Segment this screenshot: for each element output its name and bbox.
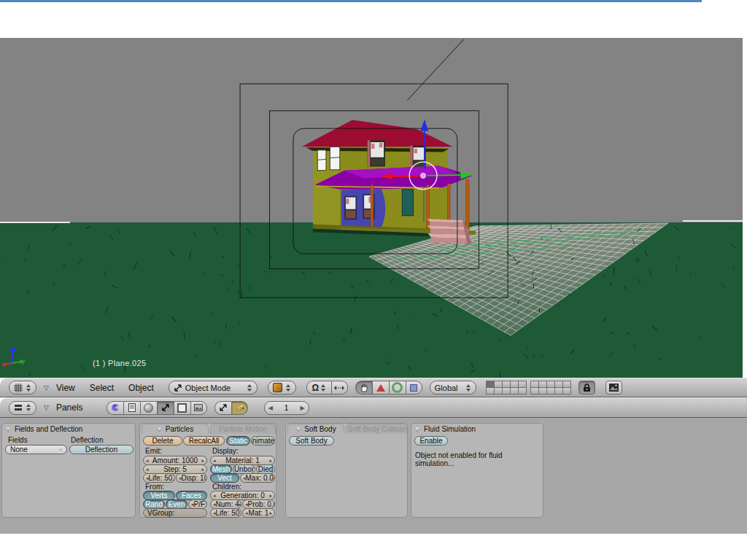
panel-fields-deflection[interactable]: ▼ Fields and Deflection Fields Deflectio…	[1, 423, 136, 518]
mode-select-spinner[interactable]	[247, 384, 252, 392]
pivot-select[interactable]: Ω	[306, 381, 331, 394]
bay-window	[341, 189, 386, 230]
tab-particle-motion[interactable]: Particle Motion	[210, 424, 276, 434]
life2-field[interactable]: Life: 50.0	[210, 508, 241, 518]
grid-3dview-icon	[14, 384, 23, 392]
menu-view[interactable]: View	[56, 383, 75, 393]
collapse-triangle-icon[interactable]: ▼	[414, 426, 420, 432]
rotate-manip-toggle[interactable]	[389, 381, 406, 394]
render-picture-icon	[609, 384, 619, 392]
scale-manip-toggle[interactable]	[406, 381, 422, 394]
manipulator-toggle[interactable]	[331, 381, 348, 394]
deflection-toggle[interactable]: Deflection	[69, 445, 133, 454]
orientation-spinner[interactable]	[465, 384, 471, 392]
viewport-3d[interactable]: y (1 ) Plane.025	[0, 38, 743, 378]
fluid-status-message: Object not enabled for fluid simulation.…	[415, 451, 543, 467]
object-arrows-icon	[161, 403, 170, 412]
orientation-value: Global	[435, 384, 462, 392]
menu-object[interactable]: Object	[128, 383, 154, 393]
buttons-collapse-icon[interactable]: ▽	[44, 404, 49, 411]
rotate-torus-icon	[392, 382, 403, 393]
from-label: From:	[145, 483, 164, 491]
script-icon	[128, 403, 136, 412]
panel-softbody[interactable]: ▼ Soft Body Soft Body Collisio Soft Body	[285, 423, 408, 518]
disp-field[interactable]: Disp: 100	[176, 473, 207, 483]
solid-draw-icon	[273, 383, 282, 392]
lock-icon	[583, 384, 591, 392]
lock-layers-toggle[interactable]	[578, 381, 595, 394]
vgroup-field[interactable]: VGroup:	[143, 508, 207, 518]
delete-button[interactable]: Delete	[143, 436, 182, 446]
panel-fluid-title: Fluid Simulation	[424, 425, 476, 433]
children-label: Children:	[212, 483, 241, 491]
manipulator-handles-icon	[334, 384, 344, 392]
frame-next-arrow[interactable]: ▶	[300, 405, 304, 411]
editor-type-select[interactable]	[9, 381, 36, 394]
display-label: Display:	[212, 447, 239, 455]
hand-icon	[360, 383, 368, 392]
fluid-enable-button[interactable]: Enable	[414, 436, 448, 446]
buttons-editor-spinner[interactable]	[26, 404, 31, 411]
panel-fields-title: Fields and Deflection	[15, 425, 82, 433]
static-toggle[interactable]: Static	[226, 436, 250, 446]
tab-softbody[interactable]: ▼ Soft Body	[287, 424, 344, 434]
translate-manip-toggle[interactable]	[372, 381, 389, 394]
layer-cell[interactable]	[562, 387, 571, 394]
active-object-name: (1 ) Plane.025	[93, 359, 146, 368]
panel-fluid[interactable]: ▼ Fluid Simulation Enable Object not ena…	[411, 423, 543, 518]
deflection-label: Deflection	[71, 436, 103, 444]
collapse-triangle-icon[interactable]: ▼	[5, 426, 11, 432]
scene-picture-icon	[194, 404, 203, 411]
lamp-line	[407, 39, 463, 101]
porch-steps	[427, 219, 471, 244]
scale-square-icon	[410, 384, 417, 392]
mode-select[interactable]: Object Mode	[169, 381, 258, 394]
mat-field[interactable]: Mat: 1	[242, 508, 275, 518]
door	[402, 190, 413, 216]
subcontext-physics-button[interactable]	[214, 401, 231, 415]
panel-particles[interactable]: ▼ Particles Particle Motion Delete Recal…	[139, 423, 276, 518]
vect-toggle[interactable]: Vect	[210, 473, 239, 483]
recalcall-button[interactable]: RecalcAll	[183, 436, 225, 446]
max-field[interactable]: Max: 0.0	[240, 473, 275, 483]
frame-value: 1	[285, 403, 289, 412]
context-scene-button[interactable]	[190, 401, 207, 415]
orientation-select[interactable]: Global	[430, 381, 476, 394]
subcontext-particles-button[interactable]	[231, 401, 248, 415]
particles-spray-icon	[235, 403, 244, 412]
pivot-dot	[420, 173, 425, 178]
frame-prev-arrow[interactable]: ◀	[268, 405, 273, 411]
draw-type-select[interactable]	[268, 381, 296, 394]
context-object-button[interactable]	[157, 401, 174, 415]
context-logic-button[interactable]	[107, 401, 123, 415]
tab-softbody-collision[interactable]: Soft Body Collisio	[346, 424, 407, 434]
tab-particles[interactable]: ▼ Particles	[142, 424, 209, 434]
panel-fields-header[interactable]: ▼ Fields and Deflection	[5, 424, 82, 434]
panel-fluid-header[interactable]: ▼ Fluid Simulation	[414, 424, 476, 434]
menu-select[interactable]: Select	[90, 383, 114, 393]
pivot-spinner[interactable]	[320, 384, 326, 392]
header-collapse-icon[interactable]: ▽	[44, 384, 49, 392]
context-editing-button[interactable]	[174, 401, 190, 415]
animated-toggle[interactable]: Animated	[251, 436, 275, 446]
life-field[interactable]: Life: 50.0	[143, 473, 175, 483]
fields-type-select[interactable]: None	[5, 445, 67, 454]
layer-cell[interactable]	[518, 387, 527, 394]
render-border-button[interactable]	[605, 381, 622, 394]
manipulator-hand-toggle[interactable]	[355, 381, 372, 394]
softbody-enable-button[interactable]: Soft Body	[289, 436, 334, 446]
draw-type-spinner[interactable]	[285, 384, 291, 392]
buttons-editor-type-select[interactable]	[9, 401, 36, 415]
object-mode-icon	[174, 384, 182, 392]
editor-type-spinner[interactable]	[26, 384, 31, 392]
context-script-button[interactable]	[123, 401, 140, 415]
frame-counter[interactable]: ◀ 1 ▶	[264, 401, 309, 415]
collapse-triangle-icon[interactable]: ▼	[295, 426, 301, 432]
viewport-header: ▽ View Select Object Object Mode Ω	[0, 378, 747, 397]
context-shading-button[interactable]	[140, 401, 157, 415]
layer-grid-1[interactable]	[487, 381, 527, 394]
layer-grid-2[interactable]	[531, 381, 571, 394]
collapse-triangle-icon[interactable]: ▼	[157, 426, 163, 432]
panels-label[interactable]: Panels	[56, 402, 83, 413]
axis-gizmo	[1, 343, 38, 372]
